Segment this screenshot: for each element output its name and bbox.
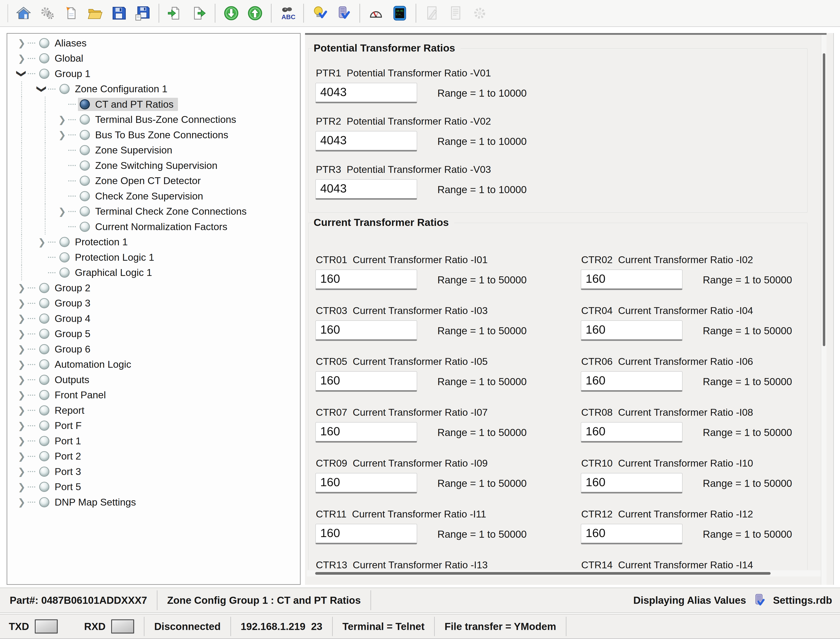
statusbar-spacer: [566, 615, 840, 638]
export-file-button[interactable]: [188, 3, 210, 24]
setting-input[interactable]: [581, 422, 682, 443]
tree-item-check-zone-supervision[interactable]: Check Zone Supervision: [78, 189, 207, 203]
download-button[interactable]: [220, 3, 242, 24]
tree-item-current-normalization-factors[interactable]: Current Normalization Factors: [78, 220, 232, 234]
save-as-button[interactable]: [132, 3, 154, 24]
chevron-collapsed-icon[interactable]: ❯: [16, 497, 28, 507]
setting-input[interactable]: [581, 320, 682, 341]
toolbar-separator: [360, 4, 360, 23]
import-file-button[interactable]: [164, 3, 186, 24]
tree-item-group-1[interactable]: Group 1: [37, 67, 95, 80]
save-button[interactable]: [108, 3, 130, 24]
gears-button[interactable]: [37, 3, 59, 24]
tree-item-global[interactable]: Global: [37, 52, 88, 65]
tree-item-port-1[interactable]: Port 1: [37, 434, 86, 448]
device-check-button[interactable]: [309, 3, 331, 24]
setting-input[interactable]: [581, 524, 682, 544]
tree-item-zone-supervision[interactable]: Zone Supervision: [78, 143, 177, 157]
new-settings-button[interactable]: [60, 3, 83, 24]
tree-item-protection-logic-1[interactable]: Protection Logic 1: [58, 251, 159, 264]
chevron-collapsed-icon[interactable]: ❯: [16, 359, 28, 370]
upload-button[interactable]: [244, 3, 266, 24]
chevron-collapsed-icon[interactable]: ❯: [16, 329, 28, 339]
setting-field-ctr01: CTR01 Current Transformer Ratio -I01Rang…: [315, 254, 581, 290]
tree-item-bus-to-bus-zone-connections[interactable]: Bus To Bus Zone Connections: [78, 129, 233, 141]
tree-item-zone-open-ct-detector[interactable]: Zone Open CT Detector: [78, 174, 205, 188]
setting-input[interactable]: [315, 83, 417, 103]
setting-input[interactable]: [315, 473, 417, 493]
chevron-collapsed-icon[interactable]: ❯: [16, 466, 28, 477]
tree-guide-line: [45, 112, 46, 127]
setting-input[interactable]: [581, 371, 682, 392]
tree-item-report[interactable]: Report: [37, 404, 89, 417]
chevron-collapsed-icon[interactable]: ❯: [56, 129, 68, 140]
tree-item-protection-1[interactable]: Protection 1: [58, 235, 132, 249]
setting-input[interactable]: [581, 270, 682, 290]
tree-item-group-6[interactable]: Group 6: [37, 343, 95, 356]
chevron-collapsed-icon[interactable]: ❯: [16, 420, 28, 431]
tree-item-group-5[interactable]: Group 5: [37, 327, 95, 340]
tree-row: ❯Protection 1: [7, 235, 300, 250]
tree-item-graphical-logic-1[interactable]: Graphical Logic 1: [58, 266, 156, 279]
tree-item-label: Global: [55, 52, 83, 64]
tree-connector-dots: [68, 165, 76, 166]
chevron-expanded-icon[interactable]: ❯: [37, 83, 47, 95]
chevron-collapsed-icon[interactable]: ❯: [16, 390, 28, 401]
vertical-scrollbar[interactable]: [821, 35, 827, 585]
setting-input[interactable]: [315, 131, 417, 151]
open-folder-button[interactable]: [84, 3, 106, 24]
tree-item-port-3[interactable]: Port 3: [37, 465, 86, 478]
tree-item-dnp-map-settings[interactable]: DNP Map Settings: [37, 496, 140, 509]
tree-item-port-5[interactable]: Port 5: [37, 480, 86, 493]
tree-item-terminal-check-zone-connections[interactable]: Terminal Check Zone Connections: [78, 205, 251, 218]
tree-item-group-2[interactable]: Group 2: [37, 281, 95, 295]
chevron-collapsed-icon[interactable]: ❯: [56, 206, 68, 217]
database-check-button[interactable]: [332, 3, 355, 24]
tree-item-outputs[interactable]: Outputs: [37, 373, 94, 386]
tree-item-group-3[interactable]: Group 3: [37, 297, 95, 310]
setting-input[interactable]: [581, 473, 682, 493]
setting-input[interactable]: [315, 320, 417, 341]
home-button[interactable]: [13, 3, 35, 24]
chevron-collapsed-icon[interactable]: ❯: [16, 53, 28, 64]
chevron-collapsed-icon[interactable]: ❯: [36, 237, 48, 248]
chevron-collapsed-icon[interactable]: ❯: [16, 436, 28, 446]
chevron-expanded-icon[interactable]: ❯: [16, 68, 27, 80]
toolbar-grip[interactable]: [8, 4, 8, 22]
setting-input[interactable]: [315, 270, 417, 290]
horizontal-scrollbar[interactable]: [307, 570, 826, 577]
vertical-scrollbar-thumb[interactable]: [823, 53, 825, 346]
tree-item-front-panel[interactable]: Front Panel: [37, 388, 110, 402]
tree-item-port-f[interactable]: Port F: [37, 419, 86, 432]
horizontal-scrollbar-thumb[interactable]: [315, 572, 771, 575]
tree-item-terminal-bus-zone-connections[interactable]: Terminal Bus-Zone Connections: [78, 113, 240, 126]
tree-item-group-4[interactable]: Group 4: [37, 312, 95, 325]
chevron-collapsed-icon[interactable]: ❯: [16, 313, 28, 324]
setting-input[interactable]: [315, 371, 417, 392]
tree-item-port-2[interactable]: Port 2: [37, 450, 86, 463]
chevron-collapsed-icon[interactable]: ❯: [56, 114, 68, 125]
meter-button[interactable]: [365, 3, 387, 24]
tree-guide-line: [45, 189, 46, 204]
setting-input[interactable]: [315, 524, 417, 544]
chevron-collapsed-icon[interactable]: ❯: [16, 283, 28, 293]
setting-input[interactable]: [315, 422, 417, 443]
setting-input-row: Range = 1 to 50000: [315, 270, 581, 290]
setting-input[interactable]: [315, 179, 417, 200]
tree-item-zone-switching-supervision[interactable]: Zone Switching Supervision: [78, 159, 222, 172]
terminal-button[interactable]: 18:01C:>_: [389, 3, 411, 24]
abc-check-button[interactable]: ABC: [277, 3, 298, 24]
chevron-collapsed-icon[interactable]: ❯: [16, 374, 28, 385]
tree-item-zone-configuration-1[interactable]: Zone Configuration 1: [58, 83, 172, 95]
pt-ratios-groupbox: Potential Transformer Ratios PTR1 Potent…: [308, 48, 807, 213]
chevron-collapsed-icon[interactable]: ❯: [16, 451, 28, 462]
chevron-collapsed-icon[interactable]: ❯: [16, 482, 28, 492]
chevron-collapsed-icon[interactable]: ❯: [16, 405, 28, 416]
chevron-collapsed-icon[interactable]: ❯: [16, 298, 28, 309]
chevron-collapsed-icon[interactable]: ❯: [16, 344, 28, 354]
tree-item-ct-and-pt-ratios[interactable]: CT and PT Ratios: [78, 98, 178, 111]
chevron-collapsed-icon[interactable]: ❯: [16, 38, 28, 48]
tree-row: Zone Open CT Detector: [7, 173, 300, 189]
tree-item-automation-logic[interactable]: Automation Logic: [37, 358, 136, 371]
tree-item-aliases[interactable]: Aliases: [37, 37, 91, 50]
